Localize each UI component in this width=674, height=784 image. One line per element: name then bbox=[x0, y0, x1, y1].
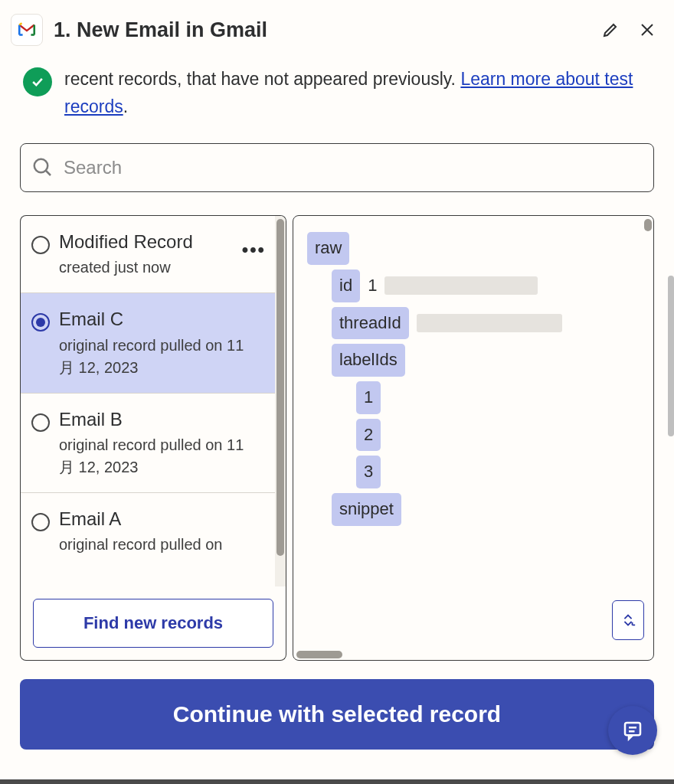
details-scrollbar-vertical[interactable] bbox=[644, 219, 652, 231]
data-index-2[interactable]: 2 bbox=[356, 419, 381, 452]
gmail-icon bbox=[11, 14, 43, 46]
records-scrollbar[interactable] bbox=[275, 216, 286, 586]
record-item-email-a[interactable]: Email A original record pulled on bbox=[21, 493, 275, 570]
search-box[interactable] bbox=[20, 143, 654, 192]
page-title: 1. New Email in Gmail bbox=[54, 18, 587, 42]
search-icon bbox=[31, 156, 54, 179]
data-index-3[interactable]: 3 bbox=[356, 456, 381, 488]
records-pane: Modified Record created just now ••• Ema… bbox=[20, 215, 286, 661]
data-key-raw[interactable]: raw bbox=[307, 232, 349, 265]
records-list: Modified Record created just now ••• Ema… bbox=[21, 216, 275, 586]
check-circle-icon bbox=[23, 67, 52, 96]
record-details-pane: raw id 1 threadId labelIds 1 2 3 snippet bbox=[293, 215, 654, 661]
page-root: 1. New Email in Gmail recent records, th… bbox=[0, 0, 674, 784]
close-icon bbox=[638, 21, 656, 39]
info-text-body: recent records, that have not appeared p… bbox=[64, 69, 460, 89]
chat-icon bbox=[621, 719, 644, 742]
continue-button[interactable]: Continue with selected record bbox=[20, 679, 654, 750]
data-key-snippet[interactable]: snippet bbox=[332, 493, 401, 526]
edit-button[interactable] bbox=[597, 17, 623, 43]
find-records-area: Find new records bbox=[20, 586, 286, 661]
data-index-1[interactable]: 1 bbox=[356, 381, 381, 414]
record-item-email-b[interactable]: Email B original record pulled on 11 月 1… bbox=[21, 394, 275, 493]
radio-unselected-icon[interactable] bbox=[31, 513, 50, 531]
info-text: recent records, that have not appeared p… bbox=[64, 66, 654, 120]
bottom-border bbox=[0, 779, 674, 784]
record-subtitle: created just now bbox=[59, 256, 263, 279]
svg-point-0 bbox=[34, 159, 48, 173]
record-subtitle: original record pulled on 11 月 12, 2023 bbox=[59, 335, 263, 379]
chat-fab[interactable] bbox=[608, 706, 657, 755]
expand-button[interactable] bbox=[612, 600, 644, 640]
pencil-icon bbox=[601, 21, 620, 39]
details-scrollbar-horizontal[interactable] bbox=[296, 651, 342, 658]
data-key-id[interactable]: id bbox=[332, 270, 360, 302]
record-title: Email B bbox=[59, 407, 263, 431]
find-new-records-button[interactable]: Find new records bbox=[33, 599, 273, 648]
svg-rect-1 bbox=[625, 723, 640, 735]
data-value-id: 1 bbox=[368, 270, 377, 302]
records-list-box: Modified Record created just now ••• Ema… bbox=[20, 215, 286, 586]
record-title: Email A bbox=[59, 507, 263, 531]
radio-unselected-icon[interactable] bbox=[31, 413, 50, 432]
data-key-threadid[interactable]: threadId bbox=[332, 307, 409, 340]
record-title: Modified Record bbox=[59, 230, 263, 253]
record-item-email-c[interactable]: Email C original record pulled on 11 月 1… bbox=[21, 293, 275, 393]
record-title: Email C bbox=[59, 307, 263, 331]
header: 1. New Email in Gmail bbox=[0, 0, 674, 60]
info-banner: recent records, that have not appeared p… bbox=[0, 60, 674, 137]
record-data-tree: raw id 1 threadId labelIds 1 2 3 snippet bbox=[293, 216, 653, 542]
search-input[interactable] bbox=[64, 157, 643, 178]
page-scrollbar[interactable] bbox=[668, 276, 674, 436]
radio-unselected-icon[interactable] bbox=[31, 236, 50, 254]
panes: Modified Record created just now ••• Ema… bbox=[20, 215, 654, 661]
close-button[interactable] bbox=[634, 17, 660, 43]
radio-selected-icon[interactable] bbox=[31, 313, 50, 332]
more-icon[interactable]: ••• bbox=[242, 239, 266, 260]
data-key-labelids[interactable]: labelIds bbox=[332, 344, 405, 377]
record-subtitle: original record pulled on bbox=[59, 534, 263, 556]
record-item-modified[interactable]: Modified Record created just now ••• bbox=[21, 216, 275, 293]
record-subtitle: original record pulled on 11 月 12, 2023 bbox=[59, 434, 263, 479]
expand-icon bbox=[620, 612, 636, 629]
